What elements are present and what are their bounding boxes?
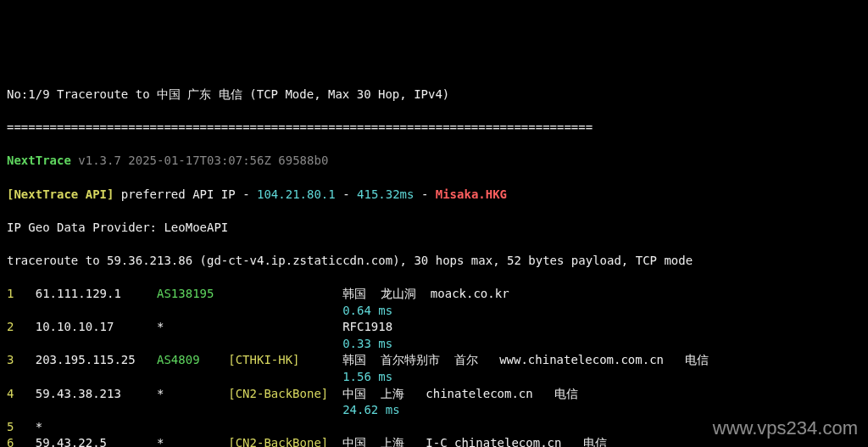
hop-tag: [CTHKI-HK] (228, 352, 342, 369)
hop-ip: * (36, 419, 157, 436)
hop-latency: 0.64 ms (342, 303, 392, 320)
hop-tag (228, 319, 342, 336)
watermark: www.vps234.com (713, 416, 858, 442)
hop-latency: 1.56 ms (342, 369, 392, 386)
api-loc: Misaka.HKG (436, 187, 507, 201)
hop-ip: 59.43.22.5 (36, 435, 157, 447)
hop-tag (228, 286, 342, 303)
api-ms: 415.32ms (357, 187, 414, 201)
hop-asn: AS4809 (157, 352, 228, 369)
hop-info: RFC1918 (342, 319, 861, 336)
hop-info: 中国 上海 chinatelecom.cn 电信 (342, 386, 861, 403)
hop-info: 韩国 龙山洞 moack.co.kr (342, 286, 861, 303)
app-name: NextTrace (7, 154, 71, 167)
hop-asn: * (157, 386, 228, 403)
table-row: 161.111.129.1AS138195韩国 龙山洞 moack.co.kr (7, 286, 861, 303)
hop-number: 4 (7, 386, 36, 403)
hop-number: 2 (7, 319, 36, 336)
hop-tag: [CN2-BackBone] (228, 435, 342, 447)
terminal-output: No:1/9 Traceroute to 中国 广东 电信 (TCP Mode,… (7, 70, 861, 447)
hop-ip: 10.10.10.17 (36, 319, 157, 336)
hop-latency: 24.62 ms (342, 402, 399, 419)
api-sep: - (336, 187, 357, 201)
hop-latency: 0.33 ms (342, 336, 392, 353)
table-row: 459.43.38.213*[CN2-BackBone]中国 上海 chinat… (7, 386, 861, 403)
hop-asn: * (157, 319, 228, 336)
api-sep2: - (414, 187, 435, 201)
hop-number: 3 (7, 352, 36, 369)
separator: ========================================… (7, 120, 861, 137)
table-row: 0.64 ms (7, 303, 861, 320)
geo-line: IP Geo Data Provider: LeoMoeAPI (7, 220, 861, 237)
hop-number: 6 (7, 435, 36, 447)
hop-number: 1 (7, 286, 36, 303)
hop-tag (228, 419, 342, 436)
hop-asn: AS138195 (157, 286, 228, 303)
api-text: preferred API IP - (114, 187, 257, 201)
api-label: [NextTrace API] (7, 187, 114, 201)
api-line: [NextTrace API] preferred API IP - 104.2… (7, 187, 861, 204)
hop-ip: 203.195.115.25 (36, 352, 157, 369)
title-line: No:1/9 Traceroute to 中国 广东 电信 (TCP Mode,… (7, 87, 861, 103)
table-row: 210.10.10.17*RFC1918 (7, 319, 861, 336)
hop-info: 韩国 首尔特别市 首尔 www.chinatelecom.com.cn 电信 (342, 352, 861, 369)
api-ip: 104.21.80.1 (257, 187, 336, 201)
version-line: NextTrace v1.3.7 2025-01-17T03:07:56Z 69… (7, 153, 861, 170)
hop-asn: * (157, 435, 228, 447)
app-build: 69588b0 (278, 154, 328, 167)
hop-tag: [CN2-BackBone] (228, 386, 342, 403)
trace-line: traceroute to 59.36.213.86 (gd-ct-v4.ip.… (7, 253, 861, 270)
hop-number: 5 (7, 419, 36, 436)
hop-asn (157, 419, 228, 436)
app-version: v1.3.7 (78, 154, 121, 167)
table-row: 0.33 ms (7, 336, 861, 353)
app-ts: 2025-01-17T03:07:56Z (128, 154, 271, 167)
table-row: 1.56 ms (7, 369, 861, 386)
hop-ip: 59.43.38.213 (36, 386, 157, 403)
hop-ip: 61.111.129.1 (36, 286, 157, 303)
table-row: 3203.195.115.25AS4809[CTHKI-HK]韩国 首尔特别市 … (7, 352, 861, 369)
